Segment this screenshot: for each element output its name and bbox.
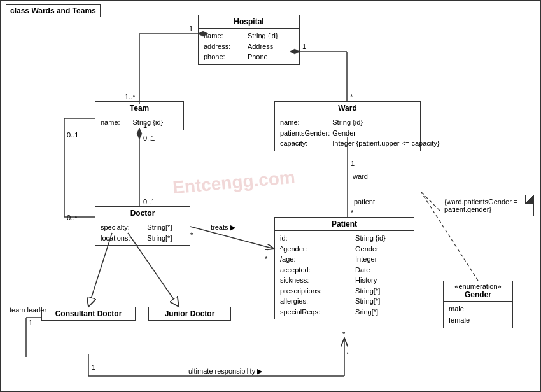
consultant-doctor-class: Consultant Doctor bbox=[41, 307, 136, 321]
consultant-doctor-header: Consultant Doctor bbox=[42, 307, 135, 321]
ward-class-body: name:String {id} patientsGender:Gender c… bbox=[275, 115, 420, 151]
svg-text:0..*: 0..* bbox=[67, 214, 78, 221]
svg-text:1..*: 1..* bbox=[125, 93, 136, 101]
junior-doctor-header: Junior Doctor bbox=[149, 307, 230, 321]
enum-value-male: male bbox=[449, 304, 507, 315]
team-class-header: Team bbox=[95, 102, 183, 115]
diagram-title: class Wards and Teams bbox=[6, 4, 101, 17]
svg-text:1: 1 bbox=[29, 319, 32, 326]
junior-doctor-class: Junior Doctor bbox=[148, 307, 231, 321]
gender-enum: «enumeration» Gender male female bbox=[443, 281, 513, 328]
constraint-note: {ward.patientsGender =patient.gender} bbox=[440, 195, 534, 216]
team-class-body: name:String {id} bbox=[95, 115, 183, 130]
enum-body: male female bbox=[444, 302, 512, 328]
doctor-class-header: Doctor bbox=[95, 207, 190, 220]
patient-class-header: Patient bbox=[275, 218, 414, 231]
svg-text:treats ▶: treats ▶ bbox=[211, 223, 236, 231]
hospital-class-header: Hospital bbox=[199, 15, 299, 29]
svg-text:*: * bbox=[346, 351, 349, 358]
svg-text:patient: patient bbox=[354, 198, 375, 206]
svg-text:1: 1 bbox=[92, 363, 95, 371]
svg-text:1: 1 bbox=[351, 160, 355, 167]
title-name: Wards and Teams bbox=[31, 6, 95, 15]
svg-text:*: * bbox=[351, 209, 354, 216]
ward-class: Ward name:String {id} patientsGender:Gen… bbox=[274, 101, 421, 151]
enum-name: Gender bbox=[444, 290, 512, 302]
diagram-container: class Wards and Teams Entcengg.com Hospi… bbox=[0, 0, 541, 392]
svg-text:*: * bbox=[265, 255, 268, 263]
doctor-class: Doctor specialty:String[*] locations:Str… bbox=[95, 206, 190, 246]
note-text: {ward.patientsGender =patient.gender} bbox=[444, 198, 517, 213]
watermark: Entcengg.com bbox=[172, 167, 296, 199]
patient-class: Patient id:String {id} ^gender:Gender /a… bbox=[274, 217, 414, 319]
enum-value-female: female bbox=[449, 315, 507, 326]
title-keyword: class bbox=[10, 6, 29, 15]
svg-text:1: 1 bbox=[189, 25, 193, 32]
team-class: Team name:String {id} bbox=[95, 101, 184, 130]
svg-text:*: * bbox=[350, 93, 353, 101]
svg-line-31 bbox=[421, 192, 440, 211]
svg-text:1: 1 bbox=[302, 43, 306, 50]
svg-text:ultimate responsibility ▶: ultimate responsibility ▶ bbox=[188, 367, 263, 375]
hospital-class: Hospital name:String {id} address:Addres… bbox=[198, 15, 300, 65]
svg-text:0..1: 0..1 bbox=[67, 131, 78, 139]
hospital-class-body: name:String {id} address:Address phone:P… bbox=[199, 29, 299, 64]
svg-text:*: * bbox=[190, 231, 193, 239]
enum-stereotype: «enumeration» bbox=[444, 281, 512, 290]
svg-text:0..1: 0..1 bbox=[143, 198, 155, 206]
svg-text:0..1: 0..1 bbox=[143, 134, 155, 142]
patient-class-body: id:String {id} ^gender:Gender /age:Integ… bbox=[275, 231, 414, 319]
doctor-class-body: specialty:String[*] locations:String[*] bbox=[95, 220, 190, 245]
ward-class-header: Ward bbox=[275, 102, 420, 115]
svg-line-22 bbox=[190, 227, 274, 249]
svg-text:*: * bbox=[342, 330, 346, 338]
svg-text:ward: ward bbox=[352, 172, 368, 180]
